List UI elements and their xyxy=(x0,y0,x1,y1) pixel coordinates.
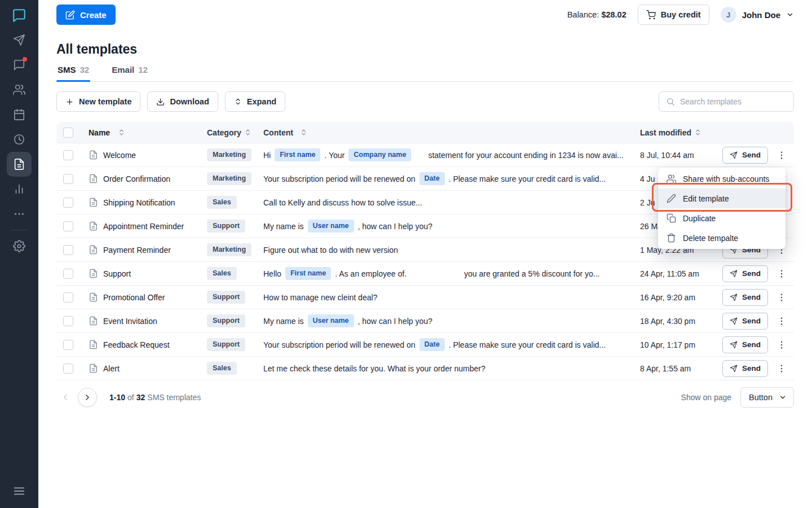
row-context-menu: Share with sub-accounts Edit template Du… xyxy=(658,168,785,249)
create-button[interactable]: Create xyxy=(56,5,116,25)
kebab-icon xyxy=(776,316,787,326)
sidebar-item-templates[interactable] xyxy=(7,152,32,177)
tab-email[interactable]: Email 12 xyxy=(111,65,149,81)
row-menu-button[interactable] xyxy=(774,360,789,377)
kebab-icon xyxy=(776,150,787,160)
sidebar-collapse-button[interactable] xyxy=(7,479,32,503)
row-menu-button[interactable] xyxy=(774,336,789,353)
header-name[interactable]: Name xyxy=(87,128,206,137)
send-icon xyxy=(730,341,738,349)
menu-item-share-with-sub-accounts[interactable]: Share with sub-accounts xyxy=(658,169,785,189)
sidebar-item-reports[interactable] xyxy=(7,177,32,202)
sidebar-item-contacts[interactable] xyxy=(7,77,32,102)
template-icon xyxy=(89,245,98,255)
sidebar-item-more[interactable] xyxy=(7,202,32,226)
send-icon xyxy=(730,270,738,278)
sidebar-item-compose[interactable] xyxy=(7,28,32,52)
send-button[interactable]: Send xyxy=(722,147,768,164)
sidebar-item-settings[interactable] xyxy=(7,234,32,259)
row-menu-button[interactable] xyxy=(774,265,789,282)
row-checkbox[interactable] xyxy=(63,269,73,279)
pagination: 1-10of32SMS templates Show on page Butto… xyxy=(56,387,794,408)
send-button[interactable]: Send xyxy=(722,360,768,377)
template-content: Your subscription period will be renewed… xyxy=(262,172,640,185)
toolbar: New template Download Expand xyxy=(56,91,794,112)
sidebar-divider xyxy=(11,230,28,230)
tab-sms[interactable]: SMS 32 xyxy=(56,65,90,81)
row-checkbox[interactable] xyxy=(63,150,73,160)
search-input[interactable] xyxy=(680,97,787,106)
send-icon xyxy=(730,365,738,373)
row-checkbox[interactable] xyxy=(63,245,73,255)
sort-icon xyxy=(119,129,124,136)
header-last-modified[interactable]: Last modified xyxy=(640,128,721,137)
variable-chip: Company name xyxy=(348,148,411,161)
template-content: My name is User name , how can I help yo… xyxy=(262,220,640,233)
sidebar-item-history[interactable] xyxy=(7,127,32,152)
menu-item-delete-template[interactable]: Delete tempalte xyxy=(658,228,785,248)
template-content: Figure out what to do with new version xyxy=(262,246,640,255)
show-on-page-label: Show on page xyxy=(681,393,732,402)
send-button[interactable]: Send xyxy=(722,289,768,306)
row-checkbox[interactable] xyxy=(63,364,73,374)
last-modified: 16 Apr, 9:20 am xyxy=(640,293,721,302)
table-row: Support Sales Hello First name . As an e… xyxy=(56,262,794,286)
notification-dot xyxy=(23,57,27,62)
last-modified: 10 Apr, 1:17 pm xyxy=(640,340,721,349)
chevron-down-icon xyxy=(786,11,794,19)
row-checkbox[interactable] xyxy=(63,340,73,350)
variable-chip: User name xyxy=(308,220,354,233)
send-button[interactable]: Send xyxy=(722,313,768,330)
sidebar-item-calendar[interactable] xyxy=(7,102,32,127)
menu-item-duplicate[interactable]: Duplicate xyxy=(658,208,785,228)
row-checkbox[interactable] xyxy=(63,198,73,208)
variable-chip: First name xyxy=(285,267,331,280)
app-logo-icon[interactable] xyxy=(7,3,32,28)
row-checkbox[interactable] xyxy=(63,221,73,231)
template-name: Alert xyxy=(103,364,120,373)
header-content[interactable]: Content xyxy=(262,128,640,137)
template-content: My name is User name , how can I help yo… xyxy=(262,314,640,327)
row-checkbox[interactable] xyxy=(63,316,73,326)
download-button[interactable]: Download xyxy=(147,91,218,112)
tab-count: 12 xyxy=(138,65,148,75)
cart-icon xyxy=(646,10,656,20)
template-icon xyxy=(89,198,98,207)
template-icon xyxy=(89,364,98,373)
prev-page-button[interactable] xyxy=(56,387,74,408)
pencil-icon xyxy=(667,194,676,203)
sidebar-item-chats[interactable] xyxy=(7,52,32,77)
row-checkbox[interactable] xyxy=(63,174,73,184)
category-badge: Support xyxy=(207,220,245,233)
template-icon xyxy=(89,150,98,160)
tab-bar: SMS 32 Email 12 xyxy=(56,65,794,82)
send-button[interactable]: Send xyxy=(722,265,768,282)
header-category[interactable]: Category xyxy=(206,128,262,137)
balance: Balance: $28.02 xyxy=(567,10,626,19)
row-checkbox[interactable] xyxy=(63,292,73,303)
template-content: Your subscription period will be renewed… xyxy=(262,338,640,351)
table-row: Event Invitation Support My name is User… xyxy=(56,309,794,333)
app-window: Create Balance: $28.02 Buy credit J John… xyxy=(0,0,812,508)
expand-button[interactable]: Expand xyxy=(225,91,285,112)
last-modified: 8 Apr, 1:55 am xyxy=(640,364,721,373)
sort-icon xyxy=(695,129,700,136)
row-menu-button[interactable] xyxy=(774,313,789,330)
chevron-left-icon xyxy=(60,392,70,402)
buy-credit-button[interactable]: Buy credit xyxy=(638,5,709,25)
select-all-checkbox[interactable] xyxy=(63,128,73,138)
main-area: Create Balance: $28.02 Buy credit J John… xyxy=(38,0,812,508)
next-page-button[interactable] xyxy=(78,388,97,407)
variable-chip: User name xyxy=(308,314,354,327)
reports-icon xyxy=(13,183,25,195)
send-button[interactable]: Send xyxy=(722,336,768,353)
page-size-dropdown[interactable]: Button xyxy=(740,387,794,408)
menu-item-edit-template[interactable]: Edit template xyxy=(658,189,785,208)
page-title: All templates xyxy=(56,42,794,57)
category-badge: Marketing xyxy=(207,148,251,161)
template-name: Support xyxy=(103,269,131,278)
new-template-button[interactable]: New template xyxy=(56,91,140,112)
row-menu-button[interactable] xyxy=(774,289,789,306)
user-menu[interactable]: J John Doe xyxy=(721,7,794,23)
row-menu-button[interactable] xyxy=(774,147,789,164)
